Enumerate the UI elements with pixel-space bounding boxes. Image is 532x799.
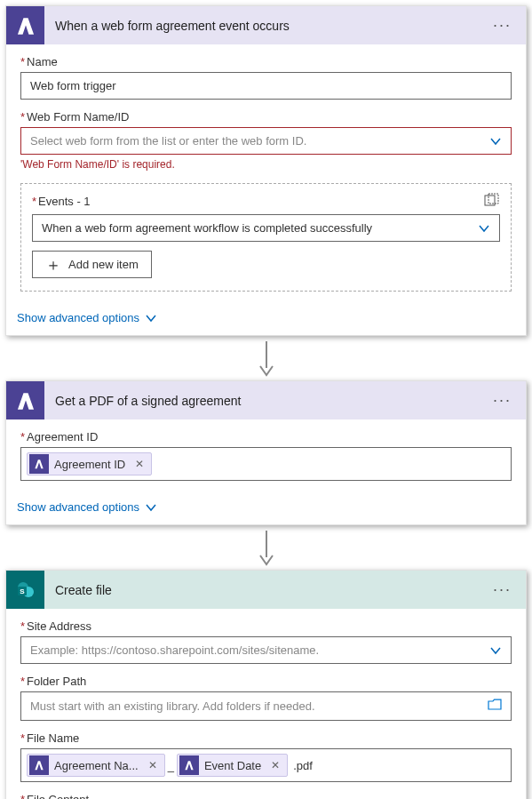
svg-text:S: S [20, 587, 25, 595]
file-name-input[interactable]: Agreement Na... ✕ _ Event Date ✕ .pdf [20, 748, 512, 782]
file-content-label: *File Content [20, 793, 512, 799]
name-input[interactable] [20, 72, 512, 100]
file-name-label: *File Name [20, 731, 512, 745]
agreement-name-token[interactable]: Agreement Na... ✕ [27, 754, 165, 777]
events-label: *Events - 1 [32, 195, 91, 208]
name-label: *Name [20, 55, 512, 68]
agreement-id-input[interactable]: Agreement ID ✕ [20, 447, 512, 481]
site-address-placeholder: Example: https://contoso.sharepoint.com/… [30, 643, 319, 657]
array-switch-icon[interactable] [484, 193, 500, 209]
remove-token-icon[interactable]: ✕ [269, 759, 282, 771]
events-array-box: *Events - 1 When a web form agreement wo… [20, 183, 512, 292]
events-dropdown[interactable]: When a web form agreement workflow is co… [32, 214, 500, 242]
folder-path-input[interactable]: Must start with an existing library. Add… [20, 691, 512, 721]
card-header[interactable]: When a web form agreement event occurs ·… [6, 6, 526, 44]
webform-label: *Web Form Name/ID [20, 110, 512, 124]
chevron-down-icon [145, 501, 157, 514]
trigger-card: When a web form agreement event occurs ·… [5, 5, 527, 336]
webform-placeholder: Select web form from the list or enter t… [30, 134, 306, 148]
separator-text: _ [167, 759, 175, 772]
site-address-label: *Site Address [20, 619, 512, 633]
remove-token-icon[interactable]: ✕ [147, 759, 159, 771]
adobe-sign-icon [179, 755, 199, 775]
action-card-get-pdf: Get a PDF of a signed agreement ··· *Agr… [5, 380, 527, 525]
card-body: *Agreement ID Agreement ID ✕ [6, 419, 526, 495]
adobe-sign-icon [6, 6, 44, 44]
sharepoint-icon: S [6, 571, 44, 609]
plus-icon: ＋ [45, 259, 61, 271]
card-menu-button[interactable]: ··· [479, 391, 526, 410]
adobe-sign-icon [29, 454, 49, 474]
add-new-item-button[interactable]: ＋ Add new item [32, 251, 152, 278]
chevron-down-icon [478, 222, 490, 235]
flow-arrow [5, 525, 527, 570]
card-header[interactable]: Get a PDF of a signed agreement ··· [6, 381, 526, 419]
card-header[interactable]: S Create file ··· [6, 571, 526, 609]
card-title: Get a PDF of a signed agreement [44, 394, 479, 408]
chevron-down-icon [489, 644, 502, 657]
events-value: When a web form agreement workflow is co… [42, 221, 372, 235]
filename-suffix: .pdf [290, 759, 316, 772]
card-menu-button[interactable]: ··· [479, 16, 526, 35]
flow-arrow [5, 336, 527, 380]
show-advanced-options-link[interactable]: Show advanced options [6, 495, 171, 524]
agreement-id-label: *Agreement ID [20, 430, 512, 443]
folder-picker-icon[interactable] [488, 699, 502, 714]
card-body: *Site Address Example: https://contoso.s… [6, 609, 526, 799]
site-address-dropdown[interactable]: Example: https://contoso.sharepoint.com/… [20, 636, 512, 664]
webform-dropdown[interactable]: Select web form from the list or enter t… [20, 127, 512, 155]
remove-token-icon[interactable]: ✕ [133, 458, 146, 470]
folder-path-placeholder: Must start with an existing library. Add… [30, 699, 315, 713]
adobe-sign-icon [29, 755, 49, 775]
agreement-id-token[interactable]: Agreement ID ✕ [27, 452, 152, 475]
card-title: Create file [44, 583, 479, 597]
adobe-sign-icon [6, 381, 44, 419]
webform-error: 'Web Form Name/ID' is required. [20, 158, 512, 171]
chevron-down-icon [489, 135, 502, 148]
action-card-create-file: S Create file ··· *Site Address Example:… [5, 570, 527, 799]
card-menu-button[interactable]: ··· [479, 580, 526, 599]
event-date-token[interactable]: Event Date ✕ [177, 754, 288, 777]
show-advanced-options-link[interactable]: Show advanced options [6, 306, 171, 335]
chevron-down-icon [145, 312, 157, 324]
card-body: *Name *Web Form Name/ID Select web form … [6, 44, 526, 306]
folder-path-label: *Folder Path [20, 675, 512, 688]
card-title: When a web form agreement event occurs [44, 19, 479, 33]
